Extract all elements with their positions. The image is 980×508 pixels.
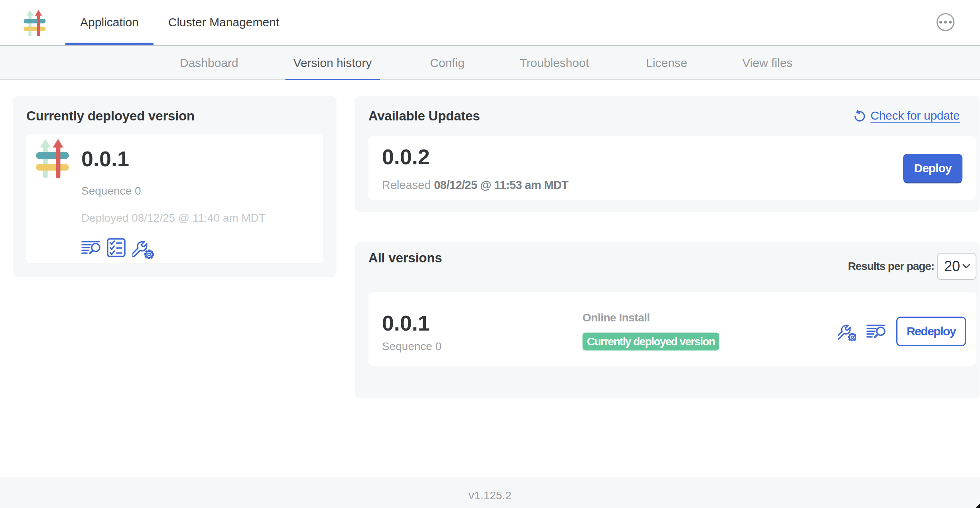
main-content: Currently deployed version 0.0.1 Sequenc… (0, 80, 980, 477)
currently-deployed-badge: Currently deployed version (582, 333, 719, 350)
version-row-middle: Online Install Currently deployed versio… (582, 311, 838, 350)
install-type-label: Online Install (582, 311, 838, 324)
all-versions-card: All versions Results per page: 20 0.0.1 … (355, 242, 980, 398)
subtab-version-history[interactable]: Version history (285, 46, 380, 79)
redeploy-button[interactable]: Redeploy (896, 317, 966, 346)
deployed-version-number: 0.0.1 (81, 146, 266, 171)
released-prefix: Released (382, 179, 431, 191)
tab-cluster-management[interactable]: Cluster Management (153, 0, 294, 45)
results-per-page-value: 20 (944, 258, 960, 275)
check-for-update-label: Check for update (870, 109, 960, 122)
update-released-date: Released 08/12/25 @ 11:53 am MDT (382, 179, 568, 192)
currently-deployed-card: Currently deployed version 0.0.1 Sequenc… (13, 96, 337, 277)
tab-application[interactable]: Application (65, 0, 153, 45)
update-version-info: 0.0.2 Released 08/12/25 @ 11:53 am MDT (382, 144, 568, 192)
card-header: Available Updates Check for update (368, 108, 960, 124)
console-version: v1.125.2 (468, 489, 511, 502)
deployed-version-panel: 0.0.1 Sequence 0 Deployed 08/12/25 @ 11:… (26, 134, 323, 263)
release-notes-icon[interactable] (866, 323, 886, 340)
ellipsis-icon (949, 21, 952, 24)
sub-nav-tabs: Dashboard Version history Config Trouble… (0, 46, 801, 79)
top-bar: Application Cluster Management (0, 0, 980, 46)
release-notes-icon[interactable] (81, 239, 101, 256)
page-footer: v1.125.2 (0, 477, 980, 508)
version-row: 0.0.1 Sequence 0 Online Install Currentl… (368, 292, 976, 366)
released-date: 08/12/25 @ 11:53 am MDT (434, 179, 569, 191)
all-versions-title: All versions (368, 250, 442, 266)
version-action-icons (81, 236, 266, 259)
refresh-icon (854, 110, 865, 122)
ellipsis-icon (944, 21, 947, 24)
available-update-row: 0.0.2 Released 08/12/25 @ 11:53 am MDT D… (368, 136, 976, 200)
app-logo-icon (35, 138, 70, 179)
preflight-checks-icon[interactable] (107, 238, 126, 257)
mouse-cursor (974, 502, 980, 508)
subtab-troubleshoot[interactable]: Troubleshoot (512, 46, 597, 79)
row-sequence: Sequence 0 (382, 340, 582, 353)
config-icon[interactable] (132, 236, 154, 259)
results-per-page-control: Results per page: 20 (848, 253, 976, 280)
deploy-button[interactable]: Deploy (903, 154, 962, 182)
card-header: All versions Results per page: 20 (368, 250, 976, 280)
version-row-left: 0.0.1 Sequence 0 (382, 311, 582, 353)
deployed-sequence: Sequence 0 (81, 185, 266, 197)
row-version-number: 0.0.1 (382, 311, 582, 335)
subtab-view-files[interactable]: View files (734, 46, 801, 79)
subtab-dashboard[interactable]: Dashboard (172, 46, 246, 79)
app-sub-nav: Dashboard Version history Config Trouble… (0, 46, 980, 80)
deployed-date: Deployed 08/12/25 @ 11:40 am MDT (81, 212, 266, 224)
available-updates-card: Available Updates Check for update 0.0.2… (355, 96, 980, 212)
subtab-config[interactable]: Config (422, 46, 473, 79)
app-logo-icon (24, 10, 46, 37)
config-icon[interactable] (838, 321, 856, 341)
available-updates-title: Available Updates (368, 108, 480, 124)
update-version-number: 0.0.2 (382, 144, 568, 169)
check-for-update-link[interactable]: Check for update (854, 109, 960, 122)
ellipsis-icon (939, 21, 942, 24)
currently-deployed-title: Currently deployed version (26, 108, 323, 124)
more-menu-button[interactable] (937, 13, 954, 31)
results-per-page-select[interactable]: 20 (937, 253, 976, 280)
results-per-page-label: Results per page: (848, 260, 934, 273)
chevron-down-icon (962, 264, 970, 269)
deployed-version-info: 0.0.1 Sequence 0 Deployed 08/12/25 @ 11:… (81, 138, 266, 263)
version-row-actions: Redeploy (838, 317, 966, 346)
top-nav: Application Cluster Management (65, 0, 294, 45)
subtab-license[interactable]: License (638, 46, 695, 79)
